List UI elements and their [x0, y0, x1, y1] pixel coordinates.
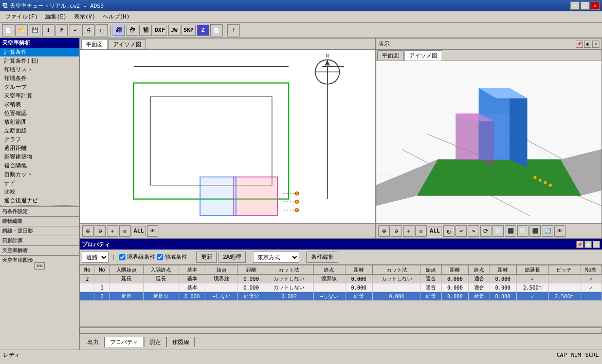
region-checkbox[interactable] [157, 254, 163, 260]
tab-plan-view[interactable]: 平面図 [81, 39, 107, 49]
sidebar-item-fukugo-rinti[interactable]: 複合隣地 [0, 161, 79, 170]
cell-dist2: 延景 [345, 292, 372, 301]
menu-edit[interactable]: 編集(E) [42, 12, 70, 22]
table-row[interactable]: 2 延長 延長 基本 境界線 0.000 カットしない 境界線 0.000 カッ… [80, 275, 602, 283]
update-btn[interactable]: 更新 [196, 252, 217, 263]
iso-zoom-out[interactable]: ⊖ [391, 225, 402, 237]
sidebar-item-ryoiki-list[interactable]: 領域リスト [0, 65, 79, 74]
close-button[interactable]: ✕ [591, 2, 600, 10]
tb-doc2[interactable]: 📄 [210, 24, 223, 36]
tb-undo[interactable]: ↩ [69, 24, 81, 36]
sidebar-item-tekiyo-kyori[interactable]: 適用距離 [0, 144, 79, 152]
sidebar-item-graph[interactable]: クラフ [0, 135, 79, 144]
tab-iso-view[interactable]: アイソメ図 [108, 39, 146, 49]
tb-jw[interactable]: JW [168, 25, 180, 36]
sidebar-item-eikyo-tatemono[interactable]: 影響建築物 [0, 152, 79, 161]
iso-box3[interactable]: ⬜ [517, 225, 528, 237]
sidebar-item-ryoiki-joken[interactable]: 領域条件 [0, 74, 79, 83]
col-start-pt: 入隅始点 [110, 265, 144, 275]
tab-drawing-lines[interactable]: 作図線 [167, 337, 195, 347]
iso-box1[interactable]: ⬜ [492, 225, 504, 237]
tb-z[interactable]: Z [197, 25, 209, 36]
sidebar-expand-btn[interactable]: >> [34, 262, 45, 270]
tb-info[interactable]: ℹ [42, 24, 54, 36]
tb-font[interactable]: F [56, 24, 68, 36]
tb-make[interactable]: 作 [126, 25, 138, 36]
iso-box2[interactable]: ⬛ [505, 225, 516, 237]
tab-properties[interactable]: プロパティ [104, 337, 144, 347]
sidebar-item-navi[interactable]: ナビ [0, 179, 79, 187]
sidebar-item-group[interactable]: グループ [0, 83, 79, 91]
tab-measure[interactable]: 測定 [144, 337, 167, 347]
plan-eye[interactable]: 👁 [147, 225, 158, 237]
props-table-container[interactable]: No No 入隅始点 入隅終点 基本 始点 距離 カット法 終点 距離 カット法… [80, 265, 602, 327]
sidebar-item-tenkuritsu-keisan[interactable]: 天空率計算 [0, 91, 79, 100]
props-float[interactable]: ▣ [585, 241, 592, 248]
menu-file[interactable]: ファイル(F) [2, 12, 41, 22]
iso-rotate-left2[interactable]: ↶ [455, 225, 467, 237]
tb-new[interactable]: 📄 [2, 24, 14, 36]
sidebar-section-tatemono[interactable]: 建物編集 [0, 216, 79, 226]
iso-all-btn[interactable]: ALL [428, 226, 442, 236]
iso-rotate-right[interactable]: ↷ [468, 225, 479, 237]
table-row-selected[interactable]: 2 延長 延長分 0.000 →しない 延景分 0.002 →しない 延景 0.… [80, 292, 602, 301]
svg-text:N: N [326, 53, 329, 59]
iso-rotate-reset[interactable]: ⟳ [480, 225, 491, 237]
props-scrollbar-h[interactable] [80, 327, 602, 334]
condition-edit-btn[interactable]: 条件編集 [306, 252, 338, 263]
sidebar-item-keisan-joken-old[interactable]: 計算条件(旧) [0, 56, 79, 65]
sidebar-item-keisan-joken[interactable]: 計算条件 [0, 48, 79, 56]
menu-view[interactable]: 表示(V) [71, 12, 99, 22]
tb-print[interactable]: 🖨 [82, 24, 95, 36]
sidebar-item-tekigo-koetai-navi[interactable]: 適合後退ナビ [0, 196, 79, 205]
iso-float-btn[interactable]: ▣ [584, 41, 591, 48]
2a-btn[interactable]: 2A処理 [218, 252, 246, 263]
iso-rotate-left[interactable]: ↻ [443, 225, 454, 237]
sidebar-item-jido-cut[interactable]: 自動カット [0, 170, 79, 179]
sidebar-item-kyusekihyo[interactable]: 求積表 [0, 100, 79, 109]
iso-box4[interactable]: ⬛ [530, 225, 541, 237]
minimize-button[interactable]: ─ [570, 2, 579, 10]
iso-pan[interactable]: ✛ [403, 225, 414, 237]
sidebar-item-shasen-range[interactable]: 放射範囲 [0, 118, 79, 126]
tb-box[interactable]: □ [96, 24, 108, 36]
props-pin[interactable]: 📌 [576, 241, 583, 248]
tb-open[interactable]: 📂 [15, 24, 28, 36]
sidebar-item-ichi-kakunin[interactable]: 位置確認 [0, 109, 79, 118]
tb-shrink[interactable]: 縮 [113, 25, 125, 36]
method-select[interactable]: 東京方式 [253, 252, 299, 263]
plan-canvas[interactable]: N [80, 50, 375, 238]
maximize-button[interactable]: □ [580, 2, 590, 10]
tab-iso-3d[interactable]: アイソメ図 [405, 50, 442, 61]
sidebar-section-nikage[interactable]: 日影計算 [0, 236, 79, 245]
iso-pin-btn[interactable]: 📌 [576, 41, 583, 48]
sidebar-item-hikaku[interactable]: 比較 [0, 187, 79, 196]
plan-pan[interactable]: ✛ [107, 225, 118, 237]
iso-fit[interactable]: ⊡ [415, 225, 427, 237]
iso-close-btn[interactable]: ✕ [592, 41, 599, 48]
menu-help[interactable]: ヘルプ(H) [100, 12, 133, 22]
tb-save[interactable]: 💾 [29, 24, 41, 36]
sidebar-section-tenkuritsu[interactable]: 天空率解析 [0, 245, 79, 255]
iso-eye[interactable]: 👁 [554, 225, 565, 237]
boundary-checkbox[interactable] [119, 254, 125, 260]
tab-output[interactable]: 出力 [82, 337, 104, 347]
plan-zoom-out[interactable]: ⊖ [95, 225, 106, 237]
iso-canvas[interactable]: ⊕ ⊖ ✛ ⊡ ALL ↻ ↶ ↷ ⟳ ⬜ ⬛ ⬜ ⬛ 🔄 � [376, 61, 601, 238]
tb-help[interactable]: ? [227, 24, 240, 36]
sidebar-section-yoken[interactable]: 与条件設定 [0, 206, 79, 216]
plan-zoom-in[interactable]: ⊕ [82, 225, 94, 237]
iso-zoom-in[interactable]: ⊕ [378, 225, 390, 237]
props-close[interactable]: ✕ [593, 241, 600, 248]
plan-fit[interactable]: ⊡ [119, 225, 131, 237]
tb-dxf[interactable]: DXF [153, 25, 167, 36]
sidebar-item-ritsudanmensei[interactable]: 立断面線 [0, 126, 79, 135]
tb-aux[interactable]: 補 [139, 25, 152, 36]
tab-iso-plan[interactable]: 平面図 [377, 50, 404, 61]
plan-all-btn[interactable]: ALL [132, 226, 146, 236]
tb-skp[interactable]: SKP [181, 25, 196, 36]
table-row[interactable]: 1 基本 0.000 カットしない 0.000 適合 0.000 [80, 283, 602, 292]
sidebar-section-shasen[interactable]: 斜線・逆日影 [0, 226, 79, 236]
road-type-select[interactable]: 道路 [82, 252, 108, 263]
iso-3d-btn[interactable]: 🔄 [542, 225, 553, 237]
